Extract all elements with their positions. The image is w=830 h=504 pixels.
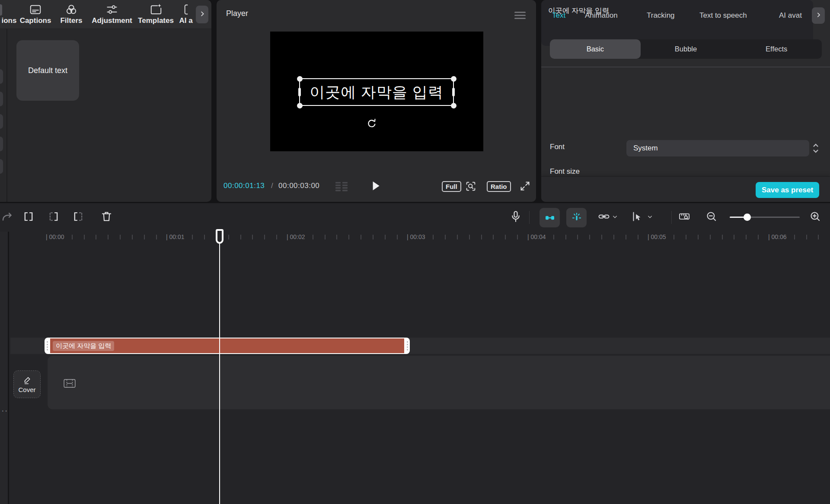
- preview-flash-icon: [571, 212, 582, 223]
- zoom-in-button[interactable]: [809, 211, 821, 222]
- toolbar-item-ai-cut[interactable]: AI a: [177, 0, 195, 29]
- resize-handle-top-right[interactable]: [451, 76, 456, 82]
- clip-trim-handle-left[interactable]: [47, 341, 48, 351]
- playhead[interactable]: [216, 229, 223, 244]
- zoom-in-icon: [809, 211, 821, 222]
- link-icon: [597, 211, 610, 223]
- inspect-zoom-button[interactable]: [465, 180, 477, 192]
- ruler-minor-ticks: [48, 235, 830, 239]
- split-button[interactable]: [22, 211, 35, 223]
- ratio-badge-button[interactable]: Ratio: [487, 181, 511, 192]
- fullscreen-expand-icon: [519, 180, 531, 192]
- media-panel: ions Captions Filters Adjustment: [0, 0, 211, 202]
- filters-icon: [65, 3, 78, 16]
- tab-text-to-speech[interactable]: Text to speech: [699, 11, 747, 20]
- player-panel: Player 이곳에 자막을 입력 00:00:01:13 / 00:00:03…: [217, 0, 536, 202]
- preview-quality-button[interactable]: [334, 181, 349, 192]
- microphone-icon: [509, 210, 522, 223]
- hamburger-icon: [514, 18, 526, 19]
- voiceover-button[interactable]: [509, 210, 522, 223]
- link-dropdown-button[interactable]: [612, 214, 618, 220]
- zoom-to-fit-button[interactable]: [677, 211, 691, 223]
- full-screen-badge-button[interactable]: Full: [442, 181, 461, 192]
- tab-ai-avatar-cut[interactable]: AI avat: [779, 11, 802, 20]
- timeline-ruler[interactable]: | 00:00 | 00:01 | 00:02 | 00:03 | 00:04 …: [0, 232, 830, 245]
- templates-icon: [150, 3, 163, 16]
- style-tab-bar: Basic Bubble Effects: [550, 39, 822, 59]
- edit-cover-button[interactable]: Cover: [13, 370, 41, 398]
- hidden-list-item-sliver[interactable]: [0, 114, 3, 129]
- hidden-list-item-sliver[interactable]: [0, 159, 3, 174]
- resize-handle-bottom-left[interactable]: [297, 103, 303, 108]
- toolbar-item-label: Adjustment: [92, 16, 132, 25]
- tab-text[interactable]: Text: [552, 11, 565, 20]
- tabs-overflow-button[interactable]: [812, 7, 825, 24]
- player-menu-button[interactable]: [514, 12, 526, 19]
- track-header-overflow[interactable]: ··: [1, 405, 8, 415]
- total-duration: 00:00:03:00: [278, 182, 319, 190]
- ruler-label: | 00:00: [46, 233, 68, 241]
- time-separator: /: [271, 182, 273, 190]
- panel-strip-divider: [6, 29, 7, 202]
- toolbar-separator: [671, 211, 672, 224]
- toolbar-item-transitions-cut[interactable]: ions: [0, 0, 18, 29]
- canvas-overlay-text[interactable]: 이곳에 자막을 입력: [310, 82, 443, 102]
- rotate-handle[interactable]: [366, 118, 378, 130]
- text-clip-label: 이곳에 자막을 입력: [53, 341, 114, 351]
- toolbar-separator: [529, 211, 530, 224]
- playhead-line: [219, 243, 220, 504]
- preview-canvas[interactable]: 이곳에 자막을 입력: [270, 32, 483, 151]
- timeline-zoom-slider-handle[interactable]: [744, 214, 751, 221]
- play-button[interactable]: [370, 180, 381, 192]
- toolbar-item-templates[interactable]: Templates: [135, 0, 176, 29]
- select-tool-dropdown-button[interactable]: [647, 214, 653, 220]
- tab-tracking[interactable]: Tracking: [647, 11, 675, 20]
- resize-handle-left[interactable]: [298, 88, 301, 96]
- split-delete-right-icon: [72, 211, 84, 223]
- split-delete-left-button[interactable]: [48, 211, 60, 223]
- hidden-list-item-sliver[interactable]: [0, 92, 3, 106]
- split-delete-right-button[interactable]: [72, 211, 84, 223]
- ruler-label: | 00:04: [527, 233, 549, 241]
- resize-handle-top-left[interactable]: [297, 76, 303, 82]
- redo-button[interactable]: [1, 210, 14, 223]
- clip-trim-handle-right[interactable]: [407, 341, 408, 351]
- stepper-updown-icon: [812, 141, 820, 155]
- font-size-label: Font size: [550, 167, 580, 176]
- text-clip-body[interactable]: 이곳에 자막을 입력: [50, 338, 404, 353]
- style-tab-effects[interactable]: Effects: [731, 39, 822, 59]
- toolbar-item-filters[interactable]: Filters: [55, 0, 87, 29]
- zoom-out-button[interactable]: [706, 211, 717, 222]
- select-tool-button[interactable]: [630, 210, 643, 223]
- style-tab-bubble[interactable]: Bubble: [641, 39, 731, 59]
- resize-handle-right[interactable]: [452, 88, 455, 96]
- chevron-down-icon: [612, 214, 618, 220]
- ruler-label: | 00:02: [287, 233, 309, 241]
- hidden-list-item-sliver[interactable]: [0, 69, 3, 84]
- video-track-placeholder[interactable]: [48, 356, 830, 409]
- link-clips-button[interactable]: [597, 211, 610, 223]
- expand-player-button[interactable]: [519, 180, 531, 192]
- playhead-marker[interactable]: [216, 229, 223, 244]
- ruler-label: | 00:01: [166, 233, 188, 241]
- text-selection-box[interactable]: 이곳에 자막을 입력: [299, 78, 454, 106]
- style-tab-basic[interactable]: Basic: [550, 39, 641, 59]
- font-stepper-buttons[interactable]: [812, 141, 820, 155]
- ruler-zoom-icon: [677, 211, 691, 223]
- save-as-preset-button[interactable]: Save as preset: [756, 182, 819, 198]
- toolbar-overflow-button[interactable]: [196, 6, 208, 23]
- hidden-list-item-sliver[interactable]: [0, 137, 3, 151]
- tab-animation[interactable]: Animation: [585, 11, 618, 20]
- preview-axis-toggle[interactable]: [566, 208, 587, 227]
- section-divider: [541, 67, 830, 67]
- default-text-card[interactable]: Default text: [16, 40, 79, 101]
- delete-button[interactable]: [100, 210, 113, 223]
- toolbar-item-captions[interactable]: Captions: [18, 0, 53, 29]
- resize-handle-bottom-right[interactable]: [451, 103, 456, 108]
- text-clip-selected[interactable]: 이곳에 자막을 입력: [45, 338, 410, 354]
- properties-panel: Text Animation Tracking Text to speech A…: [541, 0, 830, 202]
- chevron-down-icon: [647, 214, 653, 220]
- toolbar-item-adjustment[interactable]: Adjustment: [90, 0, 134, 29]
- auto-snap-toggle[interactable]: [540, 208, 560, 227]
- font-select[interactable]: System: [626, 140, 809, 156]
